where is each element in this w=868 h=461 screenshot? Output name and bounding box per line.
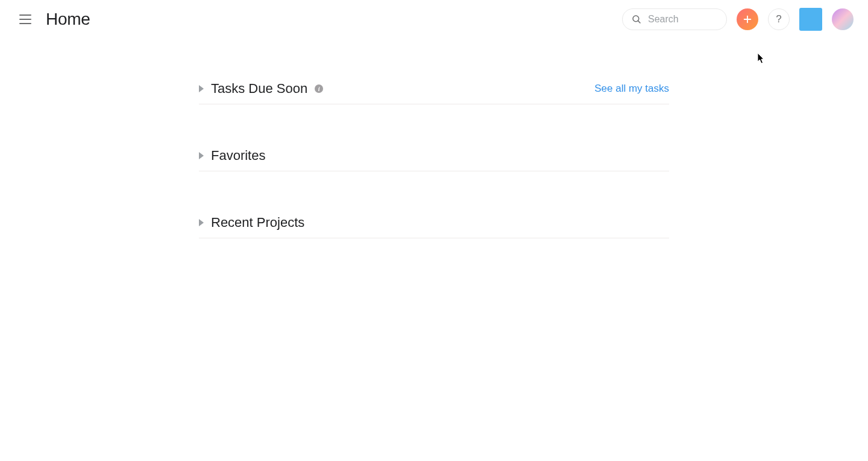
svg-line-1 <box>638 21 640 23</box>
caret-right-icon[interactable] <box>199 152 204 159</box>
section-title: Tasks Due Soon <box>211 81 307 97</box>
search-wrapper[interactable] <box>622 8 727 30</box>
user-avatar[interactable] <box>832 8 854 30</box>
section-title: Recent Projects <box>211 215 304 230</box>
menu-toggle-button[interactable] <box>14 8 36 30</box>
info-icon[interactable]: i <box>315 84 323 93</box>
tasks-due-soon-section: Tasks Due Soon i See all my tasks <box>199 81 669 104</box>
cursor-icon <box>757 52 766 67</box>
plus-icon <box>742 14 753 25</box>
question-mark-icon: ? <box>776 13 781 25</box>
topbar: Home ? <box>0 0 868 39</box>
search-icon <box>631 14 642 25</box>
caret-right-icon[interactable] <box>199 85 204 92</box>
page-title: Home <box>46 10 90 29</box>
search-input[interactable] <box>648 14 718 25</box>
section-header: Recent Projects <box>199 215 669 238</box>
section-title: Favorites <box>211 148 265 164</box>
workspace-avatar[interactable] <box>799 8 822 31</box>
section-header: Tasks Due Soon i See all my tasks <box>199 81 669 104</box>
caret-right-icon[interactable] <box>199 219 204 226</box>
see-all-tasks-link[interactable]: See all my tasks <box>594 83 669 95</box>
recent-projects-section: Recent Projects <box>199 215 669 238</box>
help-button[interactable]: ? <box>768 8 790 30</box>
section-header: Favorites <box>199 148 669 171</box>
main-content: Tasks Due Soon i See all my tasks Favori… <box>199 81 669 238</box>
favorites-section: Favorites <box>199 148 669 171</box>
create-button[interactable] <box>737 8 758 30</box>
